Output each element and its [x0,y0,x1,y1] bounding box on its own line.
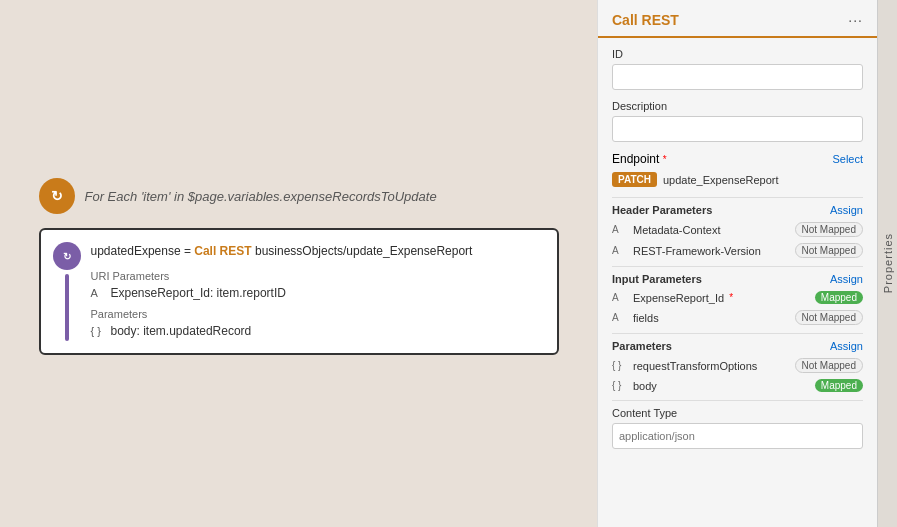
call-rest-line: updatedExpense = Call REST businessObjec… [91,242,545,260]
input-params-assign[interactable]: Assign [830,273,863,285]
input-param-1-name: ExpenseReport_Id [633,292,724,304]
param-2: { } body Mapped [612,377,863,394]
header-param-2: A REST-Framework-Version Not Mapped [612,241,863,260]
select-link[interactable]: Select [832,153,863,165]
id-field-group: ID [612,48,863,90]
input-param-2-icon: A [612,312,628,323]
input-params-section: Input Parameters Assign [612,273,863,285]
patch-badge: PATCH [612,172,657,187]
header-params-assign[interactable]: Assign [830,204,863,216]
input-param-2-name: fields [633,312,659,324]
content-type-label: Content Type [612,407,863,419]
for-each-in: in [174,189,184,204]
header-param-1: A Metadata-Context Not Mapped [612,220,863,239]
call-rest-keyword: Call REST [194,244,255,258]
for-each-keyword: For Each [85,189,138,204]
content-type-input[interactable] [612,423,863,449]
input-param-2: A fields Not Mapped [612,308,863,327]
param-1-type-icon: { } [612,360,628,371]
for-each-icon: ↻ [39,178,75,214]
uri-param-1-row: A ExpenseReport_Id: item.reportID [91,286,545,300]
header-param-2-name-group: A REST-Framework-Version [612,245,761,257]
header-param-1-name-group: A Metadata-Context [612,224,720,236]
parameters-section: Parameters Assign [612,340,863,352]
input-param-2-badge: Not Mapped [795,310,863,325]
separator-1 [612,197,863,198]
canvas-area: ↻ For Each 'item' in $page.variables.exp… [0,0,597,527]
inner-block: ↻ updatedExpense = Call REST businessObj… [39,228,559,355]
inner-left-bar: ↻ [53,242,81,341]
param-2-badge: Mapped [815,379,863,392]
input-param-1-badge: Mapped [815,291,863,304]
param-2-name-group: { } body [612,380,657,392]
header-param-1-icon: A [612,224,628,235]
parameters-assign[interactable]: Assign [830,340,863,352]
panel-title: Call REST [612,12,679,28]
endpoint-path: update_ExpenseReport [663,174,779,186]
param-1-name-group: { } requestTransformOptions [612,360,757,372]
properties-tab-label: Properties [882,233,894,293]
for-each-header: ↻ For Each 'item' in $page.variables.exp… [39,172,559,220]
rest-path: businessObjects/update_ExpenseReport [255,244,472,258]
for-each-label: For Each 'item' in $page.variables.expen… [85,189,437,204]
input-param-1-icon: A [612,292,628,303]
right-panel: Call REST ··· ID Description Endpoint * … [597,0,877,527]
param-1-row: { } body: item.updatedRecord [91,324,545,338]
panel-body: ID Description Endpoint * Select PATCH u… [598,38,877,527]
properties-tab[interactable]: Properties [877,0,897,527]
description-input[interactable] [612,116,863,142]
for-each-variable: $page.variables.expenseRecordsToUpdate [188,189,437,204]
param-1-badge: Not Mapped [795,358,863,373]
endpoint-label: Endpoint * [612,152,667,166]
header-params-section: Header Parameters Assign [612,204,863,216]
endpoint-required: * [663,154,667,165]
params-label: Parameters [91,308,545,320]
separator-4 [612,400,863,401]
inner-content: updatedExpense = Call REST businessObjec… [91,242,545,341]
id-label: ID [612,48,863,60]
input-param-2-name-group: A fields [612,312,659,324]
endpoint-row: Endpoint * Select [612,152,863,166]
header-params-title: Header Parameters [612,204,712,216]
for-each-container: ↻ For Each 'item' in $page.variables.exp… [39,172,559,355]
uri-param-1-value: ExpenseReport_Id: item.reportID [111,286,286,300]
input-param-1-required: * [729,292,733,303]
header-param-1-badge: Not Mapped [795,222,863,237]
separator-2 [612,266,863,267]
param-2-type-icon: { } [612,380,628,391]
parameters-title: Parameters [612,340,672,352]
header-param-2-name: REST-Framework-Version [633,245,761,257]
param-1-value: body: item.updatedRecord [111,324,252,338]
inner-purple-bar [65,274,69,341]
description-field-group: Description [612,100,863,142]
panel-menu-button[interactable]: ··· [848,12,863,28]
param-1-icon: { } [91,325,105,337]
input-param-1-name-group: A ExpenseReport_Id * [612,292,733,304]
content-type-field-group: Content Type [612,407,863,449]
param-2-name: body [633,380,657,392]
header-param-2-badge: Not Mapped [795,243,863,258]
param-1: { } requestTransformOptions Not Mapped [612,356,863,375]
inner-call-rest-icon: ↻ [53,242,81,270]
input-param-1: A ExpenseReport_Id * Mapped [612,289,863,306]
param-1-name: requestTransformOptions [633,360,757,372]
header-param-1-name: Metadata-Context [633,224,720,236]
panel-header: Call REST ··· [598,0,877,38]
description-label: Description [612,100,863,112]
assignment-var: updatedExpense = [91,244,191,258]
for-each-item: 'item' [141,189,174,204]
header-param-2-icon: A [612,245,628,256]
separator-3 [612,333,863,334]
endpoint-value-row: PATCH update_ExpenseReport [612,172,863,187]
uri-param-1-icon: A [91,287,105,299]
id-input[interactable] [612,64,863,90]
input-params-title: Input Parameters [612,273,702,285]
uri-params-label: URI Parameters [91,270,545,282]
